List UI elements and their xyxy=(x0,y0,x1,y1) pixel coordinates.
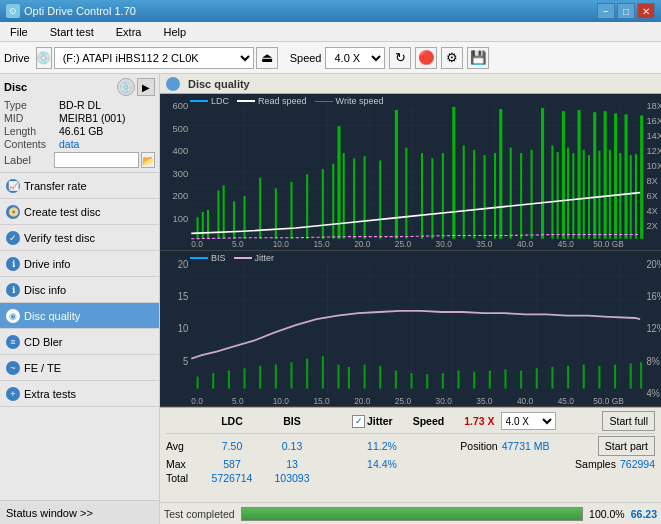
stats-bar: LDC BIS ✓ Jitter Speed 1.73 X 4.0 X xyxy=(160,407,661,502)
svg-rect-44 xyxy=(364,156,366,239)
svg-rect-64 xyxy=(567,148,569,239)
svg-text:45.0: 45.0 xyxy=(558,239,575,249)
minimize-button[interactable]: − xyxy=(597,3,615,19)
svg-text:35.0: 35.0 xyxy=(476,395,492,406)
start-full-button[interactable]: Start full xyxy=(602,411,655,431)
svg-rect-49 xyxy=(431,158,433,238)
sidebar-item-extra-tests[interactable]: + Extra tests xyxy=(0,381,159,407)
jitter-checkbox[interactable]: ✓ xyxy=(352,415,365,428)
svg-text:5: 5 xyxy=(183,355,189,367)
progress-bar xyxy=(241,507,583,521)
svg-text:16%: 16% xyxy=(646,290,661,302)
status-window-label: Status window >> xyxy=(6,507,93,519)
svg-text:12X: 12X xyxy=(646,145,661,156)
sidebar-item-verify-test-disc[interactable]: ✓ Verify test disc xyxy=(0,225,159,251)
svg-rect-62 xyxy=(557,152,559,239)
drive-info-label: Drive info xyxy=(24,258,70,270)
sidebar-item-disc-quality[interactable]: ◉ Disc quality xyxy=(0,303,159,329)
sidebar-item-drive-info[interactable]: ℹ Drive info xyxy=(0,251,159,277)
disc-arrow-icon[interactable]: ▶ xyxy=(137,78,155,96)
label-label: Label xyxy=(4,154,52,166)
svg-text:100: 100 xyxy=(173,212,189,223)
svg-text:4%: 4% xyxy=(646,387,660,399)
svg-rect-80 xyxy=(191,262,640,394)
length-label: Length xyxy=(4,125,59,137)
maximize-button[interactable]: □ xyxy=(617,3,635,19)
svg-text:30.0: 30.0 xyxy=(436,239,453,249)
jitter-legend: Jitter xyxy=(255,253,275,263)
menu-start-test[interactable]: Start test xyxy=(44,24,100,40)
refresh-button[interactable]: ↻ xyxy=(389,47,411,69)
svg-rect-50 xyxy=(442,153,444,239)
svg-rect-63 xyxy=(562,111,565,239)
nav-items: 📈 Transfer rate 📀 Create test disc ✓ Ver… xyxy=(0,173,159,500)
disc-info-label: Disc info xyxy=(24,284,66,296)
menu-help[interactable]: Help xyxy=(157,24,192,40)
ldc-col-header: LDC xyxy=(202,415,262,427)
svg-rect-69 xyxy=(593,112,596,239)
svg-text:14X: 14X xyxy=(646,130,661,141)
start-part-button[interactable]: Start part xyxy=(598,436,655,456)
transfer-rate-label: Transfer rate xyxy=(24,180,87,192)
drive-select[interactable]: (F:) ATAPI iHBS112 2 CL0K xyxy=(54,47,254,69)
svg-text:200: 200 xyxy=(173,190,189,201)
sidebar-item-fe-te[interactable]: ~ FE / TE xyxy=(0,355,159,381)
svg-rect-28 xyxy=(197,217,199,238)
extra-tests-label: Extra tests xyxy=(24,388,76,400)
top-legend: LDC Read speed Write speed xyxy=(190,96,383,106)
charts-container: LDC Read speed Write speed 600 500 xyxy=(160,94,661,407)
settings-button[interactable]: ⚙ xyxy=(441,47,463,69)
svg-text:50.0 GB: 50.0 GB xyxy=(593,239,624,249)
svg-rect-70 xyxy=(598,151,600,239)
svg-rect-101 xyxy=(197,376,199,388)
svg-rect-109 xyxy=(322,356,324,388)
eject-button[interactable]: ⏏ xyxy=(256,47,278,69)
chart-header: Disc quality xyxy=(160,74,661,94)
svg-rect-78 xyxy=(640,115,643,238)
label-input[interactable] xyxy=(54,152,139,168)
app-title: Opti Drive Control 1.70 xyxy=(24,5,136,17)
verify-test-icon: ✓ xyxy=(6,231,20,245)
total-label: Total xyxy=(166,472,202,484)
svg-text:8%: 8% xyxy=(646,355,660,367)
svg-rect-37 xyxy=(290,182,292,239)
test-status: Test completed xyxy=(164,508,235,520)
create-test-label: Create test disc xyxy=(24,206,100,218)
svg-rect-45 xyxy=(379,160,381,238)
sidebar-item-transfer-rate[interactable]: 📈 Transfer rate xyxy=(0,173,159,199)
save-button[interactable]: 💾 xyxy=(467,47,489,69)
svg-rect-67 xyxy=(583,150,585,239)
total-bis: 103093 xyxy=(262,472,322,484)
label-btn[interactable]: 📂 xyxy=(141,152,155,168)
sidebar-item-cd-bler[interactable]: ≡ CD Bler xyxy=(0,329,159,355)
sidebar-item-disc-info[interactable]: ℹ Disc info xyxy=(0,277,159,303)
menu-file[interactable]: File xyxy=(4,24,34,40)
mid-label: MID xyxy=(4,112,59,124)
svg-rect-108 xyxy=(306,358,308,388)
burn-button[interactable]: 🔴 xyxy=(415,47,437,69)
svg-rect-42 xyxy=(343,153,345,239)
avg-bis: 0.13 xyxy=(262,440,322,452)
sidebar-item-create-test-disc[interactable]: 📀 Create test disc xyxy=(0,199,159,225)
disc-image-icon[interactable]: 💿 xyxy=(117,78,135,96)
svg-rect-110 xyxy=(337,364,339,388)
svg-rect-73 xyxy=(614,113,617,238)
svg-rect-112 xyxy=(364,364,366,388)
progress-score: 66.23 xyxy=(631,508,657,520)
bis-legend: BIS xyxy=(211,253,226,263)
svg-rect-119 xyxy=(473,371,475,388)
menu-extra[interactable]: Extra xyxy=(110,24,148,40)
svg-text:4X: 4X xyxy=(646,205,658,216)
speed-select[interactable]: 4.0 X xyxy=(325,47,385,69)
svg-text:16X: 16X xyxy=(646,115,661,126)
speed-select-sm[interactable]: 4.0 X xyxy=(501,412,556,430)
svg-text:10X: 10X xyxy=(646,160,661,171)
chart-title: Disc quality xyxy=(188,78,250,90)
svg-rect-115 xyxy=(411,373,413,389)
close-button[interactable]: ✕ xyxy=(637,3,655,19)
svg-text:40.0: 40.0 xyxy=(517,395,533,406)
bottom-legend: BIS Jitter xyxy=(190,253,274,263)
extra-tests-icon: + xyxy=(6,387,20,401)
status-window-button[interactable]: Status window >> xyxy=(0,500,159,524)
samples-label: Samples xyxy=(575,458,616,470)
